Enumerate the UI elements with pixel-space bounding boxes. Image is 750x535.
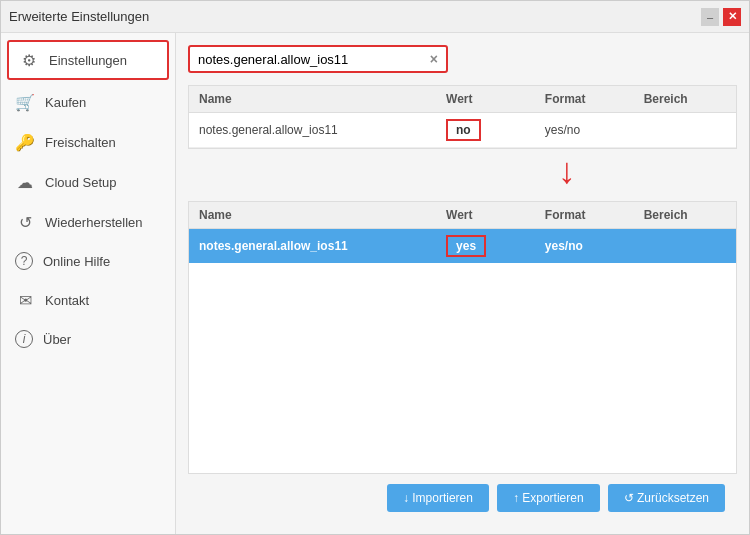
- sidebar-item-wiederherstellen[interactable]: ↺ Wiederherstellen: [1, 202, 175, 242]
- table-row[interactable]: notes.general.allow_ios11 no yes/no: [189, 113, 736, 148]
- main-window: Erweiterte Einstellungen – ✕ ⚙ Einstellu…: [0, 0, 750, 535]
- row-wert-selected: yes: [446, 235, 545, 257]
- row-name-selected: notes.general.allow_ios11: [199, 239, 446, 253]
- sidebar-item-freischalten[interactable]: 🔑 Freischalten: [1, 122, 175, 162]
- value-yes-badge: yes: [446, 235, 486, 257]
- sidebar-item-ueber[interactable]: i Über: [1, 320, 175, 358]
- sidebar-item-label: Freischalten: [45, 135, 116, 150]
- window-title: Erweiterte Einstellungen: [9, 9, 149, 24]
- sidebar-item-label: Wiederherstellen: [45, 215, 143, 230]
- row-name: notes.general.allow_ios11: [199, 123, 446, 137]
- sidebar-item-kaufen[interactable]: 🛒 Kaufen: [1, 82, 175, 122]
- envelope-icon: ✉: [15, 290, 35, 310]
- search-wrapper: ×: [188, 45, 448, 73]
- arrow-section: ↓: [558, 149, 737, 193]
- row-wert: no: [446, 119, 545, 141]
- sidebar-item-label: Online Hilfe: [43, 254, 110, 269]
- sidebar-item-label: Einstellungen: [49, 53, 127, 68]
- col-format-b: Format: [545, 208, 644, 222]
- export-button[interactable]: ↑ Exportieren: [497, 484, 600, 512]
- value-no-badge: no: [446, 119, 481, 141]
- col-bereich-b: Bereich: [644, 208, 726, 222]
- bottom-table-header: Name Wert Format Bereich: [189, 202, 736, 229]
- row-format-selected: yes/no: [545, 239, 644, 253]
- cart-icon: 🛒: [15, 92, 35, 112]
- key-icon: 🔑: [15, 132, 35, 152]
- col-wert: Wert: [446, 92, 545, 106]
- close-button[interactable]: ✕: [723, 8, 741, 26]
- sidebar-item-label: Kaufen: [45, 95, 86, 110]
- import-button[interactable]: ↓ Importieren: [387, 484, 489, 512]
- col-name-b: Name: [199, 208, 446, 222]
- sidebar-item-kontakt[interactable]: ✉ Kontakt: [1, 280, 175, 320]
- search-bar: ×: [188, 45, 737, 73]
- col-name: Name: [199, 92, 446, 106]
- title-bar: Erweiterte Einstellungen – ✕: [1, 1, 749, 33]
- bottom-table: Name Wert Format Bereich notes.general.a…: [188, 201, 737, 474]
- col-format: Format: [545, 92, 644, 106]
- sidebar-item-einstellungen[interactable]: ⚙ Einstellungen: [7, 40, 169, 80]
- sidebar-item-cloud[interactable]: ☁ Cloud Setup: [1, 162, 175, 202]
- sidebar-item-label: Über: [43, 332, 71, 347]
- sidebar-item-label: Cloud Setup: [45, 175, 117, 190]
- footer: ↓ Importieren ↑ Exportieren ↺ Zurücksetz…: [188, 474, 737, 522]
- col-bereich: Bereich: [644, 92, 726, 106]
- search-clear-button[interactable]: ×: [430, 51, 438, 67]
- info-icon: i: [15, 330, 33, 348]
- cloud-icon: ☁: [15, 172, 35, 192]
- sidebar: ⚙ Einstellungen 🛒 Kaufen 🔑 Freischalten …: [1, 33, 176, 534]
- main-area: × Name Wert Format Bereich notes.general…: [176, 33, 749, 534]
- gear-icon: ⚙: [19, 50, 39, 70]
- top-table: Name Wert Format Bereich notes.general.a…: [188, 85, 737, 149]
- arrow-down-icon: ↓: [558, 153, 576, 189]
- search-input[interactable]: [198, 52, 424, 67]
- content-area: ⚙ Einstellungen 🛒 Kaufen 🔑 Freischalten …: [1, 33, 749, 534]
- restore-icon: ↺: [15, 212, 35, 232]
- sidebar-item-hilfe[interactable]: ? Online Hilfe: [1, 242, 175, 280]
- top-table-header: Name Wert Format Bereich: [189, 86, 736, 113]
- reset-button[interactable]: ↺ Zurücksetzen: [608, 484, 725, 512]
- window-controls: – ✕: [701, 8, 741, 26]
- row-format: yes/no: [545, 123, 644, 137]
- sidebar-item-label: Kontakt: [45, 293, 89, 308]
- help-icon: ?: [15, 252, 33, 270]
- tables-container: Name Wert Format Bereich notes.general.a…: [188, 85, 737, 474]
- col-wert-b: Wert: [446, 208, 545, 222]
- table-row-selected[interactable]: notes.general.allow_ios11 yes yes/no: [189, 229, 736, 263]
- minimize-button[interactable]: –: [701, 8, 719, 26]
